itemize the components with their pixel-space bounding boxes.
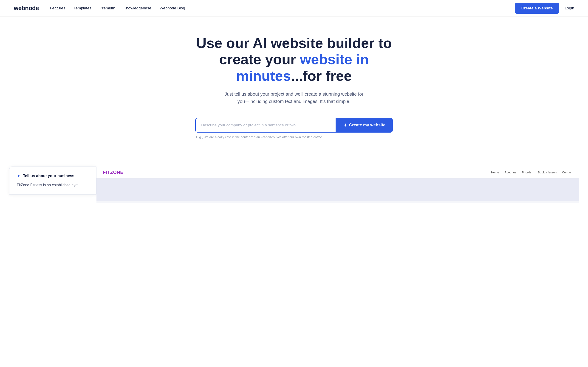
search-input[interactable] [195,118,336,133]
ai-create-button[interactable]: ✦ Create my website [336,118,393,133]
preview-label-icon: ✦ [17,173,21,179]
nav-link-features[interactable]: Features [50,6,65,10]
preview-site-nav-home: Home [491,171,499,174]
hero-subtitle: Just tell us about your project and we'l… [221,90,367,105]
preview-site-nav-contact: Contact [562,171,572,174]
preview-site-body [96,178,579,201]
nav-left: webnode Features Templates Premium Knowl… [14,5,185,12]
navbar: webnode Features Templates Premium Knowl… [0,0,588,17]
logo[interactable]: webnode [14,5,39,12]
preview-site-nav-about: About us [505,171,516,174]
preview-body-text: FitZone Fitness is an established gym [17,182,89,188]
preview-left-panel: ✦ Tell us about your business: FitZone F… [9,167,96,194]
preview-label-row: ✦ Tell us about your business: [17,173,89,179]
nav-right: Create a Website Login [515,3,574,14]
preview-site-nav-pricelist: Pricelist [522,171,532,174]
search-hint: E.g., We are a cozy café in the center o… [195,135,393,139]
nav-link-knowledgebase[interactable]: Knowledgebase [124,6,151,10]
preview-right-panel: FITZONE Home About us Pricelist Book a l… [96,167,579,203]
preview-website-nav: FITZONE Home About us Pricelist Book a l… [96,167,579,178]
preview-site-nav-book: Book a lesson [538,171,557,174]
preview-site-nav-links: Home About us Pricelist Book a lesson Co… [491,171,572,174]
ai-create-label: Create my website [349,123,385,127]
bottom-preview: ✦ Tell us about your business: FitZone F… [0,167,588,203]
nav-links: Features Templates Premium Knowledgebase… [50,6,185,10]
nav-link-blog[interactable]: Webnode Blog [160,6,185,10]
preview-site-logo: FITZONE [103,170,123,175]
nav-link-templates[interactable]: Templates [73,6,91,10]
search-section: ✦ Create my website E.g., We are a cozy … [195,118,393,139]
sparkle-icon: ✦ [343,123,347,128]
nav-link-premium[interactable]: Premium [100,6,115,10]
create-website-button[interactable]: Create a Website [515,3,559,14]
hero-section: Use our AI website builder to create you… [0,17,588,153]
preview-label-text: Tell us about your business: [23,174,76,178]
search-row: ✦ Create my website [195,118,393,133]
hero-title-part2: ...for free [291,68,352,84]
hero-title: Use our AI website builder to create you… [191,35,397,84]
login-button[interactable]: Login [565,6,574,10]
